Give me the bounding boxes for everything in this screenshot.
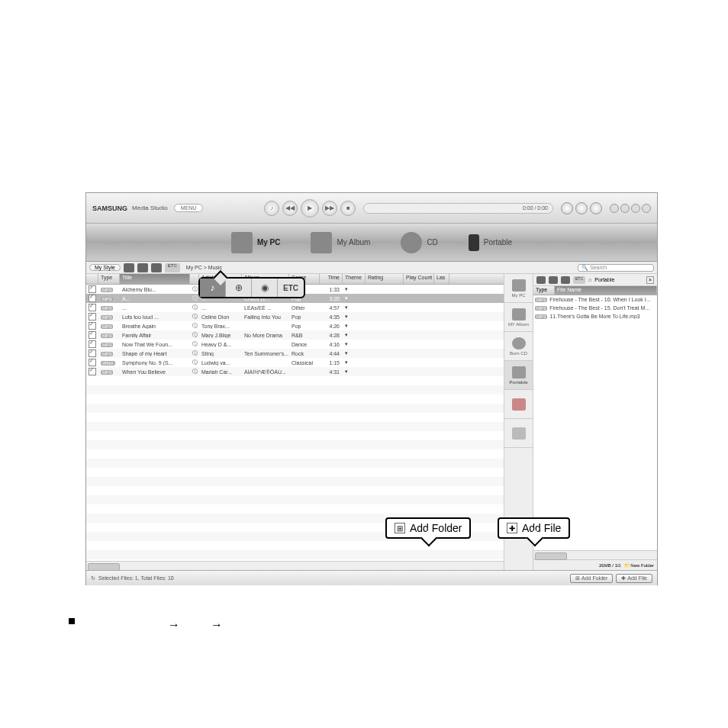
- callout-photo-icon: ◉: [252, 279, 278, 297]
- video-filter-icon[interactable]: [137, 263, 148, 272]
- side-mypc-icon: [512, 279, 526, 292]
- stop-button[interactable]: ■: [340, 201, 356, 216]
- side-table-body[interactable]: MP3Firehouse - The Best - 10. When I Loo…: [533, 295, 657, 550]
- mystyle-button[interactable]: My Style: [89, 264, 121, 271]
- search-input[interactable]: 🔍 Search: [578, 264, 654, 272]
- col-time[interactable]: Time: [320, 274, 343, 284]
- nav-portable[interactable]: Portable: [469, 234, 512, 251]
- myalbum-icon: [311, 232, 332, 253]
- mypc-icon: [231, 232, 253, 253]
- table-row[interactable]: MP3Shape of my HeartⓘStingTen Summoner's…: [86, 349, 504, 358]
- maximize-icon[interactable]: [631, 204, 640, 213]
- row-checkbox[interactable]: [89, 295, 96, 302]
- col-check[interactable]: [86, 274, 98, 284]
- prev-button[interactable]: ◀◀: [282, 201, 298, 216]
- nav-myalbum[interactable]: My Album: [311, 232, 370, 253]
- add-folder-button[interactable]: ⊞Add Folder: [570, 574, 613, 583]
- progress-bar[interactable]: 0:00 / 0:00: [363, 203, 553, 214]
- side-nav-myalbum[interactable]: MY Album: [504, 303, 533, 332]
- table-row[interactable]: MP3When You BelieveⓘMariah Car...ÁÍÁÌ½ºÆ…: [86, 367, 504, 376]
- side-row[interactable]: MP3Firehouse - The Best - 10. When I Loo…: [533, 295, 657, 304]
- mode-button-3[interactable]: [590, 202, 602, 214]
- nav-mypc[interactable]: My PC: [231, 232, 281, 253]
- table-row[interactable]: MP3Lots too loud ...ⓘCeline DionFalling …: [86, 312, 504, 321]
- side-nav-portable[interactable]: Portable: [504, 361, 533, 390]
- side-nav-transfer-back[interactable]: [504, 419, 533, 448]
- add-file-button[interactable]: ✚Add File: [616, 574, 652, 583]
- col-playcount[interactable]: Play Count: [404, 274, 434, 284]
- volume-icon[interactable]: ♪: [264, 201, 279, 216]
- col-rating[interactable]: Rating: [366, 274, 404, 284]
- table-row[interactable]: WMASymphony No. 9 (S...ⓘLudwig va...Clas…: [86, 358, 504, 367]
- bullet-icon: [69, 618, 75, 624]
- content-area: Type Title Artist Album Genre Time Theme…: [86, 274, 657, 570]
- side-video-icon[interactable]: [549, 276, 558, 284]
- side-etc-icon[interactable]: ETC: [573, 276, 585, 284]
- side-row[interactable]: MP3Firehouse - The Best - 15. Don't Trea…: [533, 304, 657, 312]
- horizontal-scrollbar[interactable]: [86, 561, 504, 570]
- add-folder-callout: ⊞ Add Folder: [385, 517, 471, 539]
- side-close-icon[interactable]: ×: [646, 276, 654, 284]
- close-icon[interactable]: [642, 204, 651, 213]
- refresh-icon[interactable]: ↻: [91, 575, 95, 581]
- menu-button[interactable]: MENU: [174, 204, 204, 212]
- filter-tabs-callout: ♪ ⊕ ◉ ETC: [198, 277, 305, 298]
- window-controls: [610, 204, 651, 213]
- row-checkbox[interactable]: [89, 340, 96, 348]
- callout-video-icon: ⊕: [226, 279, 252, 297]
- side-col-filename[interactable]: File Name: [555, 286, 657, 295]
- side-photo-icon[interactable]: [561, 276, 570, 284]
- next-button[interactable]: ▶▶: [322, 201, 337, 216]
- row-checkbox[interactable]: [89, 331, 96, 339]
- side-footer: 26MB / 1G 📁 New Folder: [533, 559, 657, 570]
- row-checkbox[interactable]: [89, 285, 96, 293]
- row-checkbox[interactable]: [89, 313, 96, 321]
- subbrand-text: Media Studio: [132, 205, 168, 211]
- side-burncd-icon: [512, 337, 526, 350]
- help-icon[interactable]: [610, 204, 619, 213]
- media-studio-window: SAMSUNG Media Studio MENU ♪ ◀◀ ▶ ▶▶ ■ 0:…: [85, 192, 658, 585]
- table-row[interactable]: MP3...ⓘ...LÉAs/EÉ ...Other4:57▾: [86, 303, 504, 312]
- mode-button-2[interactable]: [575, 202, 588, 214]
- mode-button-1[interactable]: [561, 202, 573, 214]
- folder-plus-icon: ⊞: [395, 523, 405, 533]
- table-row[interactable]: MP3Family AffairⓘMary J.BligeNo More Dra…: [86, 330, 504, 340]
- table-row[interactable]: MP3Now That We Foun...ⓘHeavy D &...Dance…: [86, 340, 504, 349]
- new-folder-button[interactable]: 📁 New Folder: [624, 562, 654, 568]
- music-filter-icon[interactable]: [124, 263, 134, 272]
- play-button[interactable]: ▶: [301, 199, 319, 217]
- cd-icon: [401, 232, 422, 253]
- table-row[interactable]: MP3Breathe AgainⓘTony Brax...Pop4:26▾: [86, 321, 504, 330]
- etc-filter-icon[interactable]: ETC: [165, 263, 180, 272]
- folder-plus-icon: ⊞: [575, 575, 580, 581]
- row-checkbox[interactable]: [89, 350, 96, 357]
- side-nav-burncd[interactable]: Burn CD: [504, 332, 533, 361]
- header-bar: SAMSUNG Media Studio MENU ♪ ◀◀ ▶ ▶▶ ■ 0:…: [86, 193, 657, 224]
- side-nav-transfer[interactable]: [504, 390, 533, 419]
- playback-controls: ♪ ◀◀ ▶ ▶▶ ■: [264, 199, 356, 217]
- row-checkbox[interactable]: [89, 304, 96, 311]
- add-file-callout: ✚ Add File: [498, 517, 570, 539]
- side-title: Portable: [594, 277, 614, 282]
- col-theme[interactable]: Theme: [343, 274, 366, 284]
- row-checkbox[interactable]: [89, 322, 96, 330]
- nav-cd[interactable]: CD: [401, 232, 437, 253]
- side-nav-mypc[interactable]: My PC: [504, 274, 533, 303]
- minimize-icon[interactable]: [620, 204, 630, 213]
- status-bar: ↻ Selected Files: 1, Total Files: 10 ⊞Ad…: [86, 570, 657, 585]
- side-portable-icon: [512, 366, 526, 378]
- callout-music-icon: ♪: [200, 279, 226, 297]
- side-scrollbar[interactable]: [533, 550, 657, 559]
- time-display: 0:00 / 0:00: [523, 205, 548, 211]
- portable-icon: [469, 234, 479, 251]
- row-checkbox[interactable]: [89, 359, 96, 366]
- status-text: Selected Files: 1, Total Files: 10: [98, 575, 174, 581]
- side-col-type[interactable]: Type: [533, 286, 555, 295]
- col-last[interactable]: Las: [434, 274, 449, 284]
- side-row[interactable]: MP311.There's Gotta Be More To Life.mp3: [533, 312, 657, 321]
- side-music-icon[interactable]: [536, 276, 546, 284]
- col-title[interactable]: Title: [120, 274, 190, 284]
- photo-filter-icon[interactable]: [151, 263, 162, 272]
- col-type[interactable]: Type: [98, 274, 120, 284]
- row-checkbox[interactable]: [89, 368, 96, 375]
